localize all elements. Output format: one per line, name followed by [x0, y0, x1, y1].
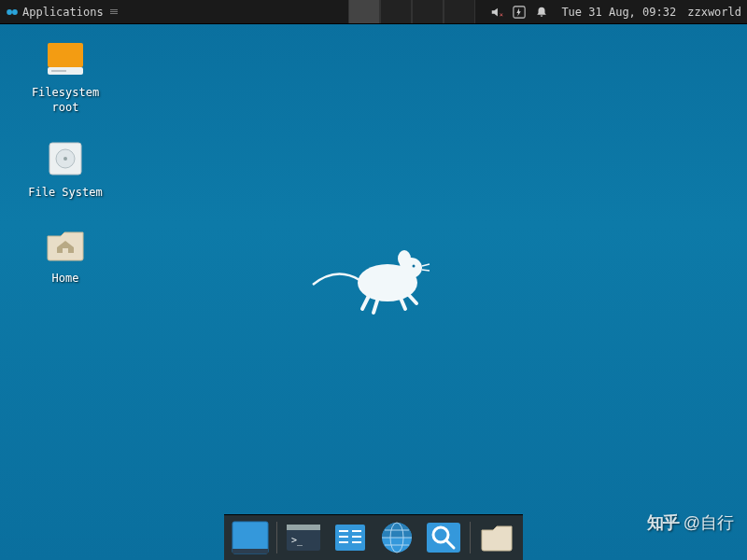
globe-icon: [378, 521, 416, 554]
dock-separator: [470, 522, 471, 553]
svg-text:>_: >_: [291, 535, 303, 546]
power-manager-icon[interactable]: [513, 6, 526, 19]
folder-home-icon: [44, 223, 87, 266]
watermark: 知乎 @自行: [647, 511, 734, 534]
drive-icon: [44, 137, 87, 180]
svg-text:×: ×: [500, 11, 503, 19]
svg-point-12: [398, 250, 411, 267]
svg-point-0: [7, 9, 12, 15]
desktop-icon-home[interactable]: Home: [19, 223, 112, 287]
svg-rect-17: [287, 525, 320, 530]
top-panel: Applications × Tue 31 Aug, 09:32 zzxworl…: [0, 0, 747, 24]
svg-rect-6: [51, 70, 66, 72]
dock-web-browser[interactable]: [376, 519, 417, 556]
svg-rect-4: [48, 43, 83, 67]
show-desktop-icon: [232, 521, 269, 554]
desktop-icons: Filesystem root File System Home: [19, 37, 112, 286]
file-manager-icon: [331, 521, 369, 554]
panel-handle-icon[interactable]: [109, 9, 119, 14]
dock-home-folder[interactable]: [476, 519, 517, 556]
workspace-1[interactable]: [348, 0, 380, 23]
xfce-logo-icon: [6, 6, 19, 19]
workspace-2[interactable]: [380, 0, 412, 23]
user-menu[interactable]: zzxworld: [682, 6, 747, 19]
terminal-icon: >_: [285, 521, 322, 554]
svg-rect-20: [339, 530, 348, 532]
svg-rect-15: [233, 549, 268, 553]
system-tray: ×: [483, 6, 556, 19]
clock[interactable]: Tue 31 Aug, 09:32: [556, 6, 682, 19]
drive-icon: [44, 37, 87, 80]
desktop-icon-filesystem-root[interactable]: Filesystem root: [19, 37, 112, 115]
folder-icon: [478, 521, 515, 554]
dock-app-finder[interactable]: [423, 519, 464, 556]
desktop-icon-label: File System: [28, 186, 102, 201]
watermark-author: @自行: [684, 513, 734, 532]
notification-icon[interactable]: [535, 6, 548, 19]
applications-menu-label: Applications: [22, 6, 104, 19]
desktop-icon-file-system[interactable]: File System: [19, 137, 112, 201]
svg-rect-22: [339, 541, 348, 543]
svg-rect-21: [339, 536, 348, 538]
xfce-mouse-icon: [308, 238, 439, 322]
magnifier-icon: [425, 521, 462, 554]
svg-point-9: [63, 157, 67, 161]
dock-separator: [276, 522, 277, 553]
svg-point-1: [12, 9, 18, 15]
svg-point-13: [413, 265, 416, 268]
svg-rect-23: [352, 530, 361, 532]
svg-rect-14: [233, 522, 268, 553]
svg-rect-24: [352, 536, 361, 538]
watermark-site: 知乎: [647, 513, 679, 532]
desktop-icon-label: Filesystem root: [32, 86, 99, 115]
dock-file-manager[interactable]: [330, 519, 371, 556]
dock-show-desktop[interactable]: [230, 519, 271, 556]
svg-rect-25: [352, 541, 361, 543]
applications-menu[interactable]: Applications: [0, 0, 109, 23]
bottom-dock: >_: [224, 514, 523, 560]
volume-icon[interactable]: ×: [490, 6, 503, 19]
workspace-switcher[interactable]: [348, 0, 475, 23]
desktop-icon-label: Home: [52, 272, 79, 287]
workspace-4[interactable]: [444, 0, 475, 23]
dock-terminal[interactable]: >_: [283, 519, 324, 556]
workspace-3[interactable]: [412, 0, 444, 23]
